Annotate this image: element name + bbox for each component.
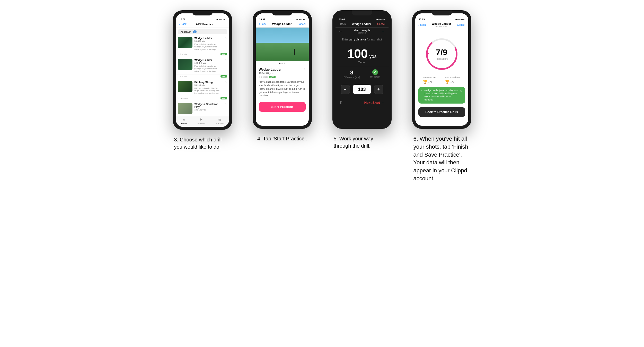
cancel-btn-3[interactable]: Cancel bbox=[377, 23, 385, 26]
clock-icon-2: ○ bbox=[178, 75, 179, 78]
nav-bar-4: ‹ Back Wedge Ladder 06 Mar 2023 Cancel bbox=[415, 21, 468, 29]
tab-activities[interactable]: ⚑ Activities bbox=[197, 118, 206, 125]
cancel-btn-4[interactable]: Cancel bbox=[457, 23, 465, 26]
image-dots bbox=[256, 61, 309, 65]
score-denominator: 9 bbox=[443, 48, 447, 57]
drill-thumb-img-3 bbox=[178, 81, 192, 92]
phone-wrapper-2: 13:02 ▪▪▪ wifi 46 ‹ Back Wedge Ladder Ca… bbox=[253, 10, 312, 129]
notch-2 bbox=[272, 10, 293, 15]
check-icon-toast: ✓ bbox=[421, 89, 423, 92]
trophy-icon-2: 🏆 bbox=[445, 80, 449, 84]
chevron-icon-3: ‹ bbox=[339, 22, 340, 26]
drill-footer-3: ○ 10 shots APP bbox=[176, 96, 229, 101]
green-bg bbox=[256, 43, 309, 61]
clock-icon-detail: ○ bbox=[259, 76, 260, 78]
caption-4: 6. When you've hit all your shots, tap '… bbox=[413, 135, 470, 183]
drill-footer-1: ○ 9 shots APP bbox=[176, 52, 229, 57]
drill-name-3: Pitching String bbox=[195, 81, 222, 84]
score-circle-container: 7/9 Total Score bbox=[418, 36, 465, 72]
star-icon-detail[interactable]: ☆ bbox=[303, 67, 306, 71]
back-button-1[interactable]: ‹ Back bbox=[179, 22, 187, 26]
nav-title-1: APP Practice bbox=[196, 23, 213, 26]
drill-yds-2: 100–140 yds bbox=[195, 62, 222, 64]
caption-1: 3. Choose which drill you would like to … bbox=[174, 136, 231, 150]
hit-target-stat: ✓ Hit Target bbox=[370, 69, 380, 79]
stepper-input[interactable]: 103 bbox=[353, 85, 371, 94]
drill-footer-2: ○ 9 shots APP bbox=[176, 74, 229, 79]
drill-item-2[interactable]: Wedge Ladder 100–140 yds Play 1 shot at … bbox=[176, 57, 229, 74]
next-shot-button[interactable]: Next Shot → bbox=[364, 101, 385, 105]
drill-list: Wedge Ladder 50–100 yds Play 1 shot at e… bbox=[176, 35, 229, 116]
chevron-icon-1: ‹ bbox=[179, 22, 180, 26]
drill-detail-name: Wedge Ladder bbox=[259, 67, 282, 71]
phone-screen-3: 13:03 ▪▪▪ wifi 46 ‹ Back Wedge Ladder bbox=[336, 13, 389, 126]
carry-instruction: Enter carry distance for each shot bbox=[336, 36, 389, 44]
stats-row: 3 Difference (yds) ✓ Hit Target bbox=[336, 66, 389, 82]
back-button-3[interactable]: ‹ Back bbox=[339, 22, 346, 26]
prev-shot-arrow[interactable]: ← bbox=[339, 29, 343, 34]
chevron-icon-2: ‹ bbox=[259, 22, 260, 26]
clock-icon-1: ○ bbox=[178, 53, 179, 55]
target-unit: yds bbox=[369, 54, 377, 59]
increment-button[interactable]: + bbox=[374, 85, 383, 94]
star-icon-3[interactable]: ☆ bbox=[224, 81, 227, 84]
back-button-4[interactable]: ‹ Back bbox=[418, 23, 426, 27]
drill-yds-4: 100-140 yds bbox=[195, 109, 222, 111]
nav-date-4: 06 Mar 2023 bbox=[432, 25, 451, 28]
score-fraction: 7/9 bbox=[435, 48, 448, 56]
cancel-btn-2[interactable]: Cancel bbox=[297, 23, 305, 26]
trash-icon[interactable]: 🗑 bbox=[339, 100, 343, 105]
signal-icons-2: ▪▪▪ wifi 46 bbox=[296, 18, 305, 21]
hamburger-icon-1[interactable]: ☰ bbox=[223, 22, 226, 26]
drill-item-3[interactable]: Pitching String 55-100 yds Hit 1 shot at… bbox=[176, 79, 229, 96]
target-label: Target bbox=[336, 61, 389, 64]
drill-desc-3: Hit 1 shot at each of the 10 target dist… bbox=[195, 87, 222, 95]
previous-pb-value: 🏆 -/9 bbox=[423, 80, 436, 84]
nav-title-2: Wedge Ladder bbox=[272, 22, 292, 26]
drill-item-1[interactable]: Wedge Ladder 50–100 yds Play 1 shot at e… bbox=[176, 35, 229, 52]
shots-label-detail: 9 shots bbox=[261, 76, 268, 78]
shot-info: Shot 1, 100 yds Score 5/9 bbox=[354, 29, 370, 34]
tab-capture[interactable]: ⊕ Capture bbox=[216, 118, 223, 125]
signal-icons-4: ▪▪▪ wifi 46 bbox=[455, 18, 464, 21]
next-shot-arrow[interactable]: → bbox=[381, 29, 385, 34]
drill-name-2: Wedge Ladder bbox=[195, 59, 222, 62]
nav-bar-2: ‹ Back Wedge Ladder Cancel bbox=[256, 21, 309, 28]
drill-yds-1: 50–100 yds bbox=[195, 40, 222, 42]
star-icon-4[interactable]: ☆ bbox=[224, 103, 227, 106]
back-label-2: Back bbox=[261, 23, 266, 26]
back-button-2[interactable]: ‹ Back bbox=[259, 22, 266, 26]
tab-home[interactable]: ⌂ Home bbox=[181, 118, 187, 125]
phone-column-2: 13:02 ▪▪▪ wifi 46 ‹ Back Wedge Ladder Ca… bbox=[248, 10, 317, 142]
back-label-1: Back bbox=[181, 23, 187, 26]
drill-detail-header: Wedge Ladder 100–140 yds ☆ bbox=[259, 67, 306, 76]
back-to-drills-button[interactable]: Back to Practice Drills bbox=[418, 107, 465, 117]
drill-info-4: Wedge & Short Iron Play 100-140 yds bbox=[195, 103, 222, 112]
drill-thumb-img-2 bbox=[178, 59, 192, 70]
section-badge: 7 bbox=[193, 30, 197, 33]
nav-title-4: Wedge Ladder 06 Mar 2023 bbox=[432, 22, 451, 28]
drill-thumb-2 bbox=[178, 59, 192, 70]
battery-icon-1: 46 bbox=[223, 18, 225, 21]
start-practice-button[interactable]: Start Practice bbox=[259, 102, 306, 112]
drill-item-4[interactable]: Wedge & Short Iron Play 100-140 yds ☆ bbox=[176, 101, 229, 116]
clock-icon-3: ○ bbox=[178, 97, 179, 99]
drill-shots-row: ○ 9 shots APP bbox=[259, 76, 306, 78]
drill-desc-full: Play 1 shot at each target yardage. If y… bbox=[259, 80, 306, 97]
drill-thumb-img-4 bbox=[178, 103, 192, 114]
notch-3 bbox=[352, 10, 372, 15]
toast-close-icon[interactable]: ✕ bbox=[460, 89, 463, 94]
signal-icons-1: ▪▪▪ wifi 46 bbox=[216, 18, 225, 21]
wifi-icon-1: wifi bbox=[219, 18, 222, 21]
section-label: Approach bbox=[181, 31, 191, 33]
app-badge-3: APP bbox=[220, 97, 227, 99]
star-icon-1[interactable]: ☆ bbox=[224, 37, 227, 40]
phone-shell-3: 13:03 ▪▪▪ wifi 46 ‹ Back Wedge Ladder bbox=[332, 10, 392, 129]
phone-shell-1: 13:02 ▪▪▪ wifi 46 ‹ Back APP Prac bbox=[173, 10, 232, 130]
previous-pb-label: Previous PB bbox=[423, 76, 436, 79]
star-icon-2[interactable]: ☆ bbox=[224, 59, 227, 62]
notch-4 bbox=[431, 10, 452, 15]
decrement-button[interactable]: − bbox=[341, 85, 350, 94]
section-tag: Approach 7 bbox=[178, 29, 227, 34]
drill-info-2: Wedge Ladder 100–140 yds Play 1 shot at … bbox=[195, 59, 222, 72]
